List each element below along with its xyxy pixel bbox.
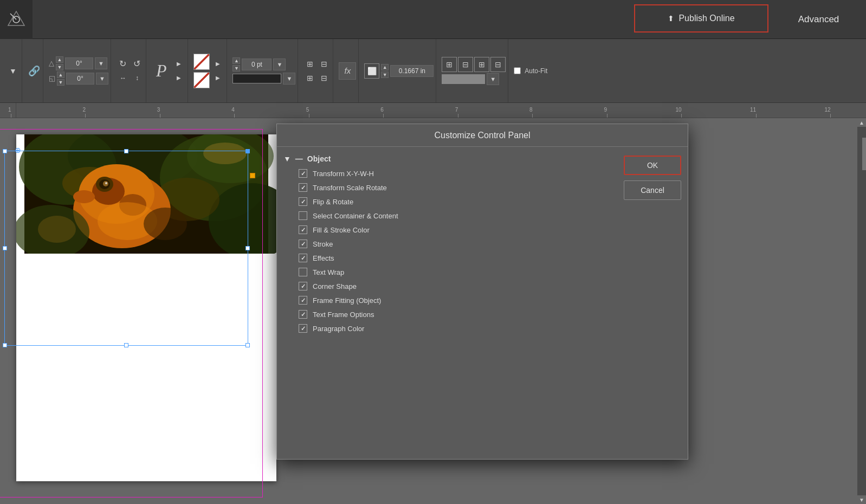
- ok-button[interactable]: OK: [624, 156, 681, 175]
- dialog-titlebar: Customize Control Panel: [277, 124, 688, 147]
- item-label-2: Flip & Rotate: [313, 198, 353, 206]
- item-label-0: Transform X-Y-W-H: [313, 170, 374, 178]
- item-label-1: Transform Scale Rotate: [313, 184, 387, 192]
- arrange-btn-4[interactable]: ⊟: [490, 57, 506, 72]
- flip-h-btn[interactable]: ↔: [117, 72, 130, 85]
- rot2-up[interactable]: ▲: [57, 72, 64, 78]
- rotation-input-2[interactable]: 0°: [66, 73, 94, 85]
- flip-v-btn[interactable]: ↕: [131, 72, 144, 85]
- frame-group: ⬜ ▲ ▼ 0.1667 in: [362, 39, 436, 102]
- right-color-dropdown[interactable]: ▼: [487, 73, 499, 85]
- customize-dialog: Customize Control Panel ▼ — Object Trans…: [276, 124, 688, 460]
- grid-btn-4[interactable]: ⊟: [318, 72, 331, 85]
- checkbox-3[interactable]: [299, 211, 307, 220]
- list-item[interactable]: Effects: [277, 251, 617, 265]
- advanced-label: Advanced: [798, 14, 839, 25]
- p-play-btn-2[interactable]: ▶: [172, 72, 185, 85]
- item-label-8: Corner Shape: [313, 282, 357, 290]
- list-item[interactable]: Text Frame Options: [277, 307, 617, 321]
- frame-up[interactable]: ▲: [381, 64, 389, 70]
- checkbox-10[interactable]: [299, 310, 307, 319]
- item-label-10: Text Frame Options: [313, 311, 374, 319]
- fill-color-box[interactable]: [193, 54, 210, 70]
- checkbox-7[interactable]: [299, 268, 307, 276]
- cancel-button[interactable]: Cancel: [624, 180, 681, 200]
- list-item[interactable]: Frame Fitting (Object): [277, 293, 617, 307]
- main-area: ⊕ ▲ ▼ Customize Control Panel: [0, 118, 866, 504]
- frame-down[interactable]: ▼: [381, 72, 389, 78]
- p-icon-group: P ▶ ▶: [150, 39, 189, 102]
- handle-mid-left[interactable]: [3, 246, 7, 250]
- checkbox-0[interactable]: [299, 169, 307, 178]
- toolbar-link-group: 🔗: [25, 39, 43, 102]
- autofit-checkbox[interactable]: [514, 67, 521, 74]
- handle-top-left[interactable]: [3, 149, 7, 153]
- grid-btn-3[interactable]: ⊞: [303, 72, 316, 85]
- list-item[interactable]: Fill & Stroke Color: [277, 223, 617, 237]
- rotate-ccw-btn[interactable]: ↺: [131, 57, 144, 70]
- publish-online-button[interactable]: ⬆ Publish Online: [634, 4, 768, 33]
- scrollbar-up[interactable]: ▲: [857, 118, 866, 127]
- rot1-up[interactable]: ▲: [56, 56, 63, 63]
- list-item[interactable]: Stroke: [277, 237, 617, 251]
- toolbar-dropdown-btn[interactable]: ▼: [7, 64, 20, 77]
- arrange-btn-3[interactable]: ⊞: [474, 57, 489, 72]
- publish-online-label: Publish Online: [678, 14, 734, 23]
- stroke-input[interactable]: 0 pt: [242, 59, 272, 70]
- arrange-btn-2[interactable]: ⊟: [458, 57, 473, 72]
- width-input[interactable]: 0.1667 in: [390, 65, 434, 77]
- right-icons-group: ⊞ ⊟ ⊞ ⊟ ▼: [440, 39, 508, 102]
- p-play-btn-1[interactable]: ▶: [172, 57, 185, 70]
- right-color-swatch[interactable]: [442, 74, 485, 84]
- list-item[interactable]: Transform X-Y-W-H: [277, 166, 617, 180]
- scrollbar-thumb[interactable]: [862, 138, 866, 170]
- rotate-cw-btn[interactable]: ↻: [117, 57, 130, 70]
- stroke-color-dropdown[interactable]: ▼: [283, 73, 295, 85]
- rot2-down[interactable]: ▼: [57, 79, 64, 86]
- page-canvas: [16, 134, 276, 481]
- checkbox-1[interactable]: [299, 183, 307, 192]
- rot1-down[interactable]: ▼: [56, 64, 63, 70]
- rotation-input-1[interactable]: 0°: [65, 57, 93, 69]
- rot2-dropdown[interactable]: ▼: [96, 73, 108, 85]
- frame-btn-1[interactable]: ⬜: [364, 63, 379, 79]
- advanced-button[interactable]: Advanced: [771, 0, 866, 39]
- rot1-dropdown[interactable]: ▼: [95, 57, 107, 69]
- stroke-dropdown[interactable]: ▼: [273, 59, 286, 70]
- checkbox-8[interactable]: [299, 282, 307, 290]
- list-item[interactable]: Flip & Rotate: [277, 195, 617, 209]
- item-label-3: Select Container & Content: [313, 212, 398, 220]
- section-header-object[interactable]: ▼ — Object: [277, 151, 617, 166]
- handle-bot-left[interactable]: [3, 343, 7, 347]
- checkbox-5[interactable]: [299, 240, 307, 248]
- stroke-play-btn[interactable]: ▶: [211, 72, 224, 85]
- list-item[interactable]: Paragraph Color: [277, 321, 617, 335]
- toolbar-dropdown-group: ▼: [4, 39, 22, 102]
- stroke-up[interactable]: ▲: [232, 57, 240, 64]
- fill-play-btn[interactable]: ▶: [211, 57, 224, 70]
- chevron-icon: ▼: [283, 154, 291, 163]
- checkbox-2[interactable]: [299, 197, 307, 206]
- stroke-color-swatch[interactable]: [232, 74, 281, 83]
- item-label-6: Effects: [313, 254, 334, 262]
- vertical-scrollbar[interactable]: ▲ ▼: [857, 118, 866, 504]
- checkbox-9[interactable]: [299, 296, 307, 305]
- dialog-buttons: OK Cancel: [617, 147, 688, 459]
- grid-btn-1[interactable]: ⊞: [303, 57, 316, 70]
- checkbox-11[interactable]: [299, 324, 307, 333]
- grid-btn-2[interactable]: ⊟: [318, 57, 331, 70]
- checkbox-4[interactable]: [299, 225, 307, 234]
- stroke-down[interactable]: ▼: [232, 65, 240, 72]
- arrange-btn-1[interactable]: ⊞: [442, 57, 457, 72]
- fx-button[interactable]: fx: [339, 62, 356, 80]
- ruler-corner: 123456789101112: [0, 103, 16, 118]
- scrollbar-down[interactable]: ▼: [857, 495, 866, 504]
- link-btn[interactable]: 🔗: [28, 64, 41, 77]
- list-item[interactable]: Transform Scale Rotate: [277, 180, 617, 195]
- list-item[interactable]: Select Container & Content: [277, 209, 617, 223]
- list-item[interactable]: Corner Shape: [277, 279, 617, 293]
- stroke-color-box[interactable]: [193, 72, 210, 88]
- list-item[interactable]: Text Wrap: [277, 265, 617, 279]
- checkbox-6[interactable]: [299, 254, 307, 262]
- dialog-list-area[interactable]: ▼ — Object Transform X-Y-W-HTransform Sc…: [277, 147, 617, 459]
